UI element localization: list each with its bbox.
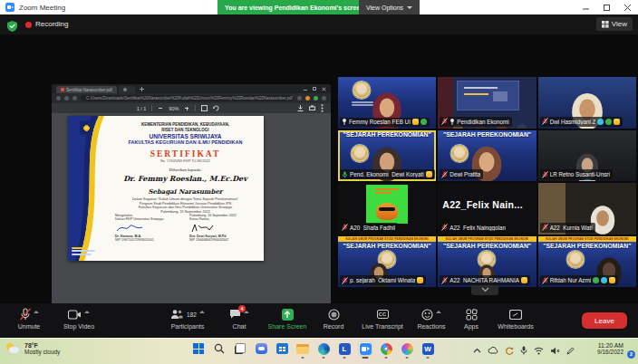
fit-page-icon[interactable] (201, 105, 208, 111)
browser-menu-icon[interactable] (322, 96, 326, 101)
share-screen-button[interactable]: Share Screen (261, 308, 314, 330)
reactions-menu-caret[interactable] (436, 311, 441, 313)
browser-nav-buttons[interactable] (56, 96, 77, 101)
video-menu-caret[interactable] (84, 311, 90, 313)
zoom-app-button[interactable] (359, 342, 372, 355)
browser-close-icon[interactable] (322, 87, 326, 91)
teams-chat-button[interactable] (255, 342, 267, 355)
profile-avatar[interactable] (314, 96, 318, 101)
reload-icon[interactable] (72, 96, 77, 101)
print-icon[interactable] (309, 105, 315, 111)
edge-button[interactable] (317, 342, 330, 355)
participant-tile-retno-susanti[interactable]: LR Retno Susanti-Unsri (538, 130, 636, 182)
minimize-button[interactable] (575, 0, 596, 14)
new-tab-button[interactable] (139, 86, 145, 92)
chat-button[interactable]: 4 Chat (220, 308, 258, 330)
line-app-button[interactable] (338, 342, 351, 355)
system-tray (473, 346, 575, 355)
participant-tile-pendidikan-ekonomi[interactable]: Pendidikan Ekonomi (438, 77, 536, 129)
browser-tab-pdf[interactable]: Sertifikat Narasumber.pdf (56, 86, 117, 93)
close-button[interactable] (617, 0, 638, 14)
participant-tile-oktami-winata[interactable]: KULIAH UMUM PROGRAM STUDI PENDIDIKAN EKO… (338, 236, 436, 288)
participant-video-grid: Femmy Roeslan FEB UI Pendidikan Ekonomi … (338, 77, 636, 287)
pen-icon[interactable] (566, 347, 575, 355)
file-explorer-button[interactable] (296, 342, 309, 355)
pdf-toolbar-center: 1 / 1 90% (137, 105, 220, 111)
bookmark-star-icon[interactable] (297, 96, 302, 101)
photos-app-button[interactable] (401, 342, 413, 355)
participant-tile-dwi-hasmidyani[interactable]: Dwi Hasmidyani Z (538, 77, 636, 129)
participant-tile-femmy-roeslan[interactable]: Femmy Roeslan FEB UI (338, 77, 436, 129)
viewing-screen-banner: You are viewing Pendidikan Ekonomi's scr… (218, 0, 372, 14)
url-field[interactable]: C:/Users/Downloads/Sertifikat%20Narasumb… (81, 95, 294, 101)
reactions-button[interactable]: Reactions (410, 308, 453, 330)
signature-left: Mengetahui, Dekan FKIP Universitas Sriwi… (115, 214, 186, 243)
participant-tile-rifdah-nur-azmi[interactable]: KULIAH UMUM PROGRAM STUDI PENDIDIKAN EKO… (538, 236, 636, 288)
faculty-name: FAKULTAS KEGURUAN DAN ILMU PENDIDIKAN (110, 139, 261, 145)
search-button[interactable] (213, 342, 226, 355)
participants-button[interactable]: 182 Participants (160, 308, 216, 330)
view-options-button[interactable]: View Options (359, 0, 420, 14)
pdf-viewer-area[interactable]: KEMENTERIAN PENDIDIKAN, KEBUDAYAAN, RISE… (52, 113, 331, 303)
signature-right: Palembang, 16 September 2022 Ketua Panit… (189, 214, 260, 243)
participant-tile-felix-nainggolan[interactable]: A22_Felix Nain... A22_Felix Nainggolan (438, 183, 536, 235)
notification-count-badge[interactable]: 2 (627, 350, 635, 359)
task-view-button[interactable] (234, 342, 246, 355)
view-layout-button[interactable]: View (596, 17, 633, 31)
volume-muted-icon[interactable] (550, 347, 560, 355)
rotate-icon[interactable] (213, 105, 219, 111)
live-transcript-button[interactable]: CC Live Transcript (353, 308, 411, 330)
more-menu-icon[interactable] (321, 104, 324, 112)
participant-tile-nachita-rahmania[interactable]: KULIAH UMUM PROGRAM STUDI PENDIDIKAN EKO… (438, 236, 536, 288)
wifi-icon[interactable] (534, 347, 544, 355)
unmute-button[interactable]: Unmute (7, 308, 51, 330)
microsoft-store-button[interactable] (276, 342, 288, 355)
extension-icon[interactable] (305, 96, 310, 101)
chevron-down-icon (407, 6, 412, 9)
footer-address-block (72, 247, 95, 257)
onedrive-cloud-icon[interactable] (488, 347, 498, 354)
back-icon[interactable] (56, 96, 61, 101)
pdf-page-indicator: 1 / 1 (137, 106, 147, 111)
browser-tab-second[interactable] (119, 86, 135, 93)
leave-meeting-button[interactable]: Leave (582, 312, 627, 329)
participant-name: A22_Felix Nainggolan (450, 225, 506, 231)
chrome-button[interactable] (380, 342, 392, 355)
muted-mic-icon (342, 277, 348, 284)
participant-tile-dewi-pratita[interactable]: "SEJARAH PEREKONOMIAN" Dewi Pratita (438, 130, 536, 182)
zoom-in-icon[interactable] (184, 106, 189, 111)
participant-tile-shafa-fadhil[interactable]: A20_Shafa Fadhil (338, 183, 436, 235)
participant-name-bar: p. sejarah_Oktami Winata (340, 275, 426, 285)
browser-maximize-icon[interactable] (313, 87, 316, 91)
word-button[interactable] (421, 342, 434, 355)
recording-dot-icon (25, 22, 32, 28)
participant-tile-dewi-koryati[interactable]: "SEJARAH PEREKONOMIAN" Pend. Ekonomi_Dew… (338, 130, 436, 182)
apps-icon (466, 309, 478, 321)
encryption-shield-icon[interactable] (7, 19, 17, 35)
sync-icon[interactable] (505, 346, 514, 355)
virtual-bg-strip: KULIAH UMUM PROGRAM STUDI PENDIDIKAN EKO… (438, 236, 536, 242)
university-name: UNIVERSITAS SRIWIJAYA (110, 133, 261, 139)
zoom-out-icon[interactable] (158, 106, 163, 111)
participant-name: A22_NACHITA RAHMANIA (450, 277, 519, 283)
tray-overflow-chevron-icon[interactable] (473, 348, 481, 353)
microphone-tray-icon[interactable] (520, 346, 527, 355)
whiteboards-button[interactable]: Whiteboards (489, 308, 542, 330)
virtual-bg-title: "SEJARAH PEREKONOMIAN" (338, 243, 436, 249)
avatar-image (366, 185, 408, 224)
start-button[interactable] (192, 342, 205, 355)
taskbar-weather-widget[interactable]: 78°F Mostly cloudy (6, 342, 60, 355)
record-button[interactable]: Record (315, 308, 352, 330)
taskbar-clock[interactable]: 11:20 AM 9/16/2022 (597, 342, 624, 355)
apps-button[interactable]: Apps (455, 308, 488, 330)
download-icon[interactable] (297, 105, 304, 111)
participants-menu-caret[interactable] (199, 311, 205, 313)
participant-name-bar: A20_Shafa Fadhil (340, 223, 398, 233)
stop-video-button[interactable]: Stop Video (54, 308, 103, 330)
show-more-participants-button[interactable] (471, 284, 498, 295)
maximize-button[interactable] (596, 0, 617, 14)
participant-tile-kurnia-wati[interactable]: A22_Kurnia Wati (538, 183, 636, 235)
forward-icon[interactable] (64, 96, 69, 101)
unmute-menu-caret[interactable] (34, 311, 39, 313)
browser-minimize-icon[interactable] (304, 90, 307, 91)
